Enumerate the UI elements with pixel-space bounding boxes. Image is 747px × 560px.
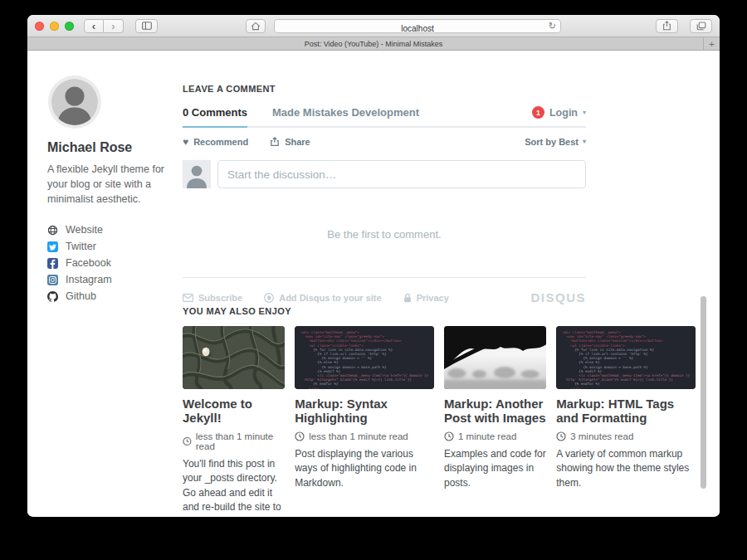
- tabs-icon: [696, 22, 706, 31]
- browser-window: Post: Video (YouTube) - Minimal Mistakes…: [27, 15, 720, 517]
- home-button[interactable]: [246, 19, 266, 33]
- disqus-divider: [183, 277, 586, 278]
- chevron-left-icon: [92, 21, 95, 32]
- author-links: Website Twitter Facebook Instagram: [47, 222, 178, 304]
- browser-toolbar: [27, 15, 720, 37]
- read-time: 1 minute read: [458, 431, 516, 441]
- back-button[interactable]: [84, 19, 104, 33]
- tab-active[interactable]: Post: Video (YouTube) - Minimal Mistakes: [305, 40, 443, 48]
- clock-icon: [444, 431, 454, 441]
- code-screenshot-image: <div class="masthead__menu"> <nav id="si…: [556, 326, 696, 389]
- post-title[interactable]: Markup: Another Post with Images: [444, 397, 546, 426]
- comment-composer: [183, 160, 586, 188]
- avatar-silhouette-icon: [48, 75, 101, 129]
- subscribe-label: Subscribe: [198, 293, 242, 303]
- post-excerpt: You'll find this post in your _posts dir…: [183, 457, 285, 516]
- sidebar-item-label: Twitter: [66, 241, 96, 252]
- author-sidebar: Michael Rose A flexible Jekyll theme for…: [47, 75, 178, 304]
- author-bio: A flexible Jekyll theme for your blog or…: [47, 162, 178, 207]
- related-post-card: <div class="masthead__menu"> <nav id="si…: [295, 326, 434, 516]
- related-posts-section: YOU MAY ALSO ENJOY: [183, 306, 696, 516]
- avatar-silhouette-icon: [183, 160, 211, 188]
- fullscreen-button[interactable]: [65, 22, 74, 31]
- notification-badge: 1: [532, 106, 544, 119]
- sidebar-item-label: Instagram: [66, 274, 112, 285]
- sidebar-item-label: Github: [66, 290, 96, 302]
- sidebar-icon: [142, 22, 152, 30]
- sidebar-item-label: Website: [66, 224, 103, 236]
- post-title[interactable]: Markup: Syntax Highlighting: [295, 397, 434, 426]
- address-bar[interactable]: [274, 19, 561, 33]
- reload-icon[interactable]: [549, 21, 556, 32]
- chevron-down-icon: [583, 110, 586, 116]
- login-label: Login: [549, 107, 578, 119]
- comments-section: LEAVE A COMMENT 0 Comments Made Mistakes…: [183, 84, 586, 304]
- read-time: less than 1 minute read: [309, 431, 408, 441]
- share-icon: [662, 21, 671, 31]
- heart-icon: [183, 136, 188, 148]
- globe-icon: [47, 225, 58, 236]
- privacy-label: Privacy: [417, 293, 449, 303]
- sidebar-item-instagram[interactable]: Instagram: [47, 271, 178, 288]
- disqus-tabs: 0 Comments Made Mistakes Development 1 L…: [183, 106, 586, 128]
- new-tab-button[interactable]: +: [703, 37, 720, 50]
- window-controls: [35, 22, 74, 31]
- tab-community-link[interactable]: Made Mistakes Development: [272, 106, 419, 119]
- url-input[interactable]: [275, 22, 560, 35]
- scrollbar-thumb[interactable]: [701, 296, 706, 489]
- disqus-d-icon: [264, 293, 274, 303]
- chevron-right-icon: [111, 21, 115, 32]
- nav-buttons: [84, 19, 124, 33]
- sidebar-item-label: Facebook: [66, 257, 111, 269]
- forward-button[interactable]: [104, 19, 124, 33]
- green-texture-image: [183, 326, 285, 389]
- tab-overview-button[interactable]: [690, 19, 712, 33]
- post-meta: less than 1 minute read: [295, 431, 434, 441]
- add-disqus-link[interactable]: Add Disqus to your site: [264, 293, 381, 303]
- chevron-down-icon: [583, 139, 586, 145]
- post-title[interactable]: Welcome to Jekyll!: [183, 397, 285, 426]
- sidebar-item-website[interactable]: Website: [47, 222, 178, 238]
- tab-comment-count[interactable]: 0 Comments: [183, 106, 247, 119]
- clock-icon: [295, 431, 305, 441]
- related-posts-grid: Welcome to Jekyll! less than 1 minute re…: [183, 326, 696, 516]
- sidebar-toggle-button[interactable]: [135, 19, 158, 33]
- author-avatar: [48, 75, 101, 129]
- post-excerpt: Examples and code for displaying images …: [444, 447, 546, 490]
- share-thread-button[interactable]: Share: [270, 137, 310, 147]
- sidebar-item-facebook[interactable]: Facebook: [47, 255, 178, 271]
- minimize-button[interactable]: [50, 22, 59, 31]
- sidebar-item-twitter[interactable]: Twitter: [47, 238, 178, 255]
- foggy-trees-image: [444, 326, 546, 389]
- author-name: Michael Rose: [47, 140, 178, 155]
- post-thumbnail-code[interactable]: <div class="masthead__menu"> <nav id="si…: [556, 326, 696, 389]
- post-excerpt: Post displaying the various ways of high…: [295, 447, 434, 490]
- related-post-card: Welcome to Jekyll! less than 1 minute re…: [183, 326, 285, 516]
- sidebar-item-github[interactable]: Github: [47, 288, 178, 304]
- close-button[interactable]: [35, 22, 44, 31]
- share-label: Share: [285, 137, 310, 147]
- share-button[interactable]: [656, 19, 678, 33]
- github-icon: [47, 291, 58, 302]
- post-thumbnail-green-texture[interactable]: [183, 326, 285, 389]
- facebook-icon: [47, 258, 58, 269]
- post-meta: 3 minutes read: [556, 431, 696, 441]
- sort-dropdown[interactable]: Sort by Best: [525, 137, 586, 147]
- subscribe-link[interactable]: Subscribe: [183, 293, 242, 303]
- disqus-logo[interactable]: DISQUS: [530, 290, 586, 304]
- post-meta: 1 minute read: [444, 431, 546, 441]
- comment-input[interactable]: [217, 160, 586, 188]
- instagram-icon: [47, 275, 58, 285]
- recommend-label: Recommend: [193, 137, 248, 147]
- recommend-button[interactable]: Recommend: [183, 136, 248, 148]
- related-post-card: <div class="masthead__menu"> <nav id="si…: [556, 326, 696, 516]
- code-screenshot-image: <div class="masthead__menu"> <nav id="si…: [295, 326, 434, 389]
- post-thumbnail-foggy-trees[interactable]: [444, 326, 546, 389]
- privacy-link[interactable]: Privacy: [403, 293, 449, 303]
- clock-icon: [556, 431, 566, 441]
- login-button[interactable]: 1 Login: [532, 106, 586, 119]
- post-title[interactable]: Markup: HTML Tags and Formatting: [556, 397, 696, 426]
- page-content: Michael Rose A flexible Jekyll theme for…: [27, 51, 720, 516]
- screenshot-background: Post: Video (YouTube) - Minimal Mistakes…: [0, 0, 747, 560]
- post-thumbnail-code[interactable]: <div class="masthead__menu"> <nav id="si…: [295, 326, 434, 389]
